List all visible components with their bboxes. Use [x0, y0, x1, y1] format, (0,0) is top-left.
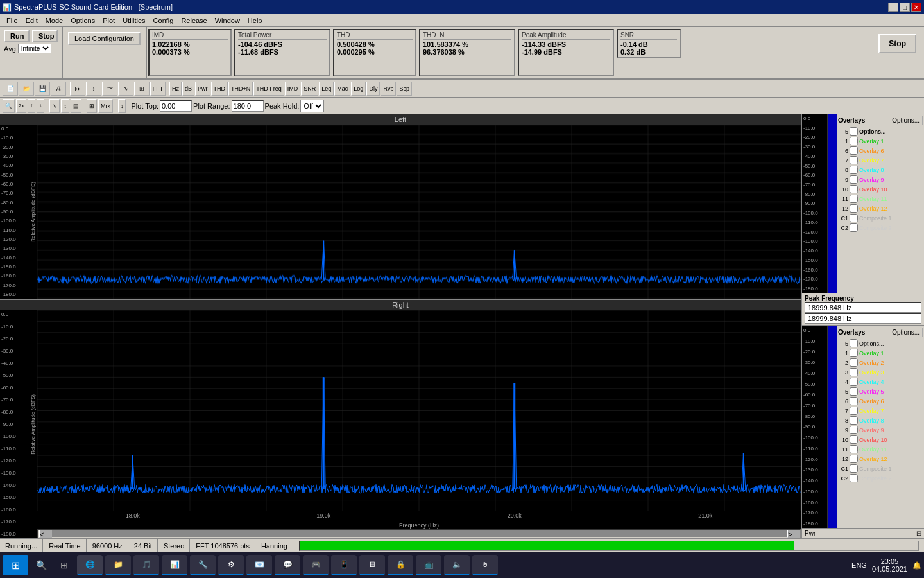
peak-hold-select[interactable]: Off On — [300, 100, 324, 112]
maximize-button[interactable]: □ — [900, 3, 910, 12]
plot-top-input[interactable] — [160, 100, 192, 112]
tool-open[interactable]: 📂 — [19, 82, 34, 96]
overlay2-check-8[interactable] — [850, 416, 858, 425]
tool-cursor-h[interactable]: ↕ — [61, 99, 69, 113]
overlay2-check-3[interactable] — [850, 368, 858, 376]
menu-mode[interactable]: Mode — [42, 15, 67, 26]
overlay-check-8[interactable] — [850, 166, 858, 174]
overlay2-check-6[interactable] — [850, 397, 858, 405]
taskbar-app1-icon[interactable]: 📊 — [162, 555, 187, 575]
menu-file[interactable]: File — [3, 15, 22, 26]
overlay2-check-11[interactable] — [850, 445, 858, 453]
taskbar-app7-icon[interactable]: 📱 — [331, 555, 357, 575]
tool-cursor1[interactable]: ↕ — [86, 82, 101, 96]
scroll-left-btn[interactable]: < — [39, 530, 52, 538]
taskbar-file-explorer-icon[interactable]: 📁 — [105, 555, 131, 575]
tool-thdplusn[interactable]: THD+N — [228, 82, 253, 96]
menu-window[interactable]: Window — [211, 15, 244, 26]
overlay2-check-c1[interactable] — [850, 464, 858, 473]
start-button[interactable]: ⊞ — [3, 555, 28, 575]
stop-button-top[interactable]: Stop — [32, 30, 58, 42]
taskbar-notification-icon[interactable]: 🔔 — [912, 561, 921, 570]
tool-count-down[interactable]: ↓ — [37, 99, 44, 113]
taskbar-app4-icon[interactable]: 📧 — [246, 555, 272, 575]
avg-select[interactable]: Infinite 1 2 4 — [18, 44, 51, 53]
overlay-check-6[interactable] — [850, 146, 858, 155]
run-button[interactable]: Run — [4, 30, 30, 42]
tool-rvb[interactable]: Rvb — [381, 82, 396, 96]
taskbar-app3-icon[interactable]: ⚙ — [218, 555, 244, 575]
tool-cursor4[interactable]: ⊞ — [134, 82, 150, 96]
overlay2-check-12[interactable] — [850, 455, 858, 463]
taskbar-app12-icon[interactable]: 🖱 — [472, 555, 498, 575]
taskbar-app6-icon[interactable]: 🎮 — [303, 555, 329, 575]
taskbar-app9-icon[interactable]: 🔒 — [388, 555, 413, 575]
overlay-check-7[interactable] — [850, 156, 858, 164]
minimize-button[interactable]: — — [888, 3, 898, 12]
tool-table[interactable]: ⊞ — [87, 99, 97, 113]
overlay2-check-7[interactable] — [850, 407, 858, 415]
tool-sine[interactable]: ∿ — [49, 99, 60, 113]
taskbar-app11-icon[interactable]: 🔈 — [444, 555, 470, 575]
overlay-check-1[interactable] — [850, 137, 858, 145]
overlay2-check-9[interactable] — [850, 426, 858, 434]
taskbar-app8-icon[interactable]: 🖥 — [359, 555, 385, 575]
overlay2-check-1[interactable] — [850, 349, 858, 357]
tool-cursor3[interactable]: ∿ — [118, 82, 133, 96]
menu-release[interactable]: Release — [177, 15, 210, 26]
tool-fast-fwd[interactable]: ⏭ — [70, 82, 85, 96]
taskbar-app2-icon[interactable]: 🔧 — [190, 555, 216, 575]
menu-utilities[interactable]: Utilities — [119, 15, 149, 26]
tool-save[interactable]: 💾 — [35, 82, 50, 96]
menu-options[interactable]: Options — [67, 15, 99, 26]
tool-cursor-v[interactable]: ↕ — [118, 99, 126, 113]
taskbar-edge-icon[interactable]: 🌐 — [77, 555, 103, 575]
tool-dly[interactable]: Dly — [366, 82, 380, 96]
tool-print[interactable]: 🖨 — [51, 82, 66, 96]
tool-pwr[interactable]: Pwr — [195, 82, 210, 96]
tool-zoom-2x[interactable]: 2x — [16, 99, 26, 113]
overlay-check-12[interactable] — [850, 204, 858, 213]
scroll-track[interactable] — [52, 530, 787, 537]
taskbar-media-icon[interactable]: 🎵 — [133, 555, 159, 575]
taskbar-search-icon[interactable]: 🔍 — [31, 555, 51, 575]
tool-db[interactable]: dB — [182, 82, 194, 96]
chart-scrollbar[interactable]: < > — [37, 529, 801, 538]
overlay2-check-2[interactable] — [850, 358, 858, 367]
tool-snr[interactable]: SNR — [301, 82, 318, 96]
tool-fft[interactable]: FFT — [150, 82, 166, 96]
overlay-check-11[interactable] — [850, 195, 858, 203]
close-button[interactable]: ✕ — [911, 3, 921, 12]
overlay2-check-c2[interactable] — [850, 474, 858, 482]
menu-edit[interactable]: Edit — [22, 15, 42, 26]
overlay-check-5[interactable] — [850, 127, 858, 136]
overlay2-check-5b[interactable] — [850, 387, 858, 396]
tool-thd[interactable]: THD — [211, 82, 228, 96]
overlay2-check-10[interactable] — [850, 435, 858, 444]
scroll-right-btn[interactable]: > — [787, 530, 800, 538]
overlay-check-c1[interactable] — [850, 214, 858, 222]
tool-leq[interactable]: Leq — [319, 82, 334, 96]
taskbar-task-view-icon[interactable]: ⊞ — [54, 555, 74, 575]
tool-imd[interactable]: IMD — [285, 82, 301, 96]
overlay2-check-5[interactable] — [850, 339, 858, 347]
tool-thdfreq[interactable]: THD Freq — [253, 82, 284, 96]
tool-hz[interactable]: Hz — [169, 82, 182, 96]
stop-button-main[interactable]: Stop — [878, 34, 916, 53]
tool-scp[interactable]: Scp — [397, 82, 412, 96]
overlay-check-9[interactable] — [850, 175, 858, 184]
tool-count-up[interactable]: ↑ — [28, 99, 35, 113]
tool-cursor2[interactable]: 〜 — [102, 82, 117, 96]
tool-mrk[interactable]: Mrk — [98, 99, 113, 113]
tool-new[interactable]: 📄 — [3, 82, 18, 96]
tool-zoom-in[interactable]: 🔍 — [3, 99, 15, 113]
tool-bars[interactable]: ▤ — [71, 99, 81, 113]
expand-icon[interactable]: ⊟ — [916, 530, 921, 537]
menu-help[interactable]: Help — [244, 15, 266, 26]
menu-plot[interactable]: Plot — [99, 15, 119, 26]
plot-range-input[interactable] — [232, 100, 264, 112]
overlays-options-button2[interactable]: Options... — [889, 328, 923, 337]
overlay-check-c2[interactable] — [850, 223, 858, 232]
overlays-options-button[interactable]: Options... — [889, 116, 923, 125]
tool-mac[interactable]: Mac — [334, 82, 350, 96]
